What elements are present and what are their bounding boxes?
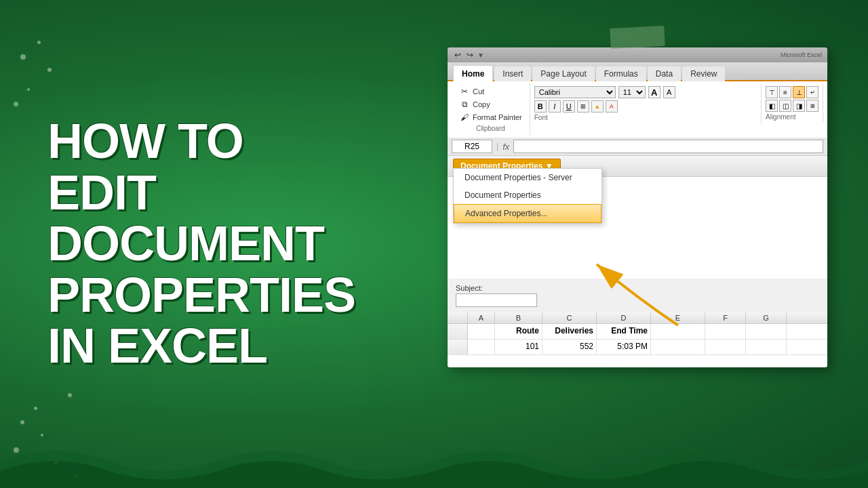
cell-g1[interactable] [746,324,787,339]
align-center-button[interactable]: ◫ [779,100,791,112]
font-row2: B I U ⊞ ▲ A [534,100,757,113]
left-panel: HOW TO EDIT DOCUMENT PROPERTIES IN EXCEL [0,75,393,413]
alignment-group: ⊤ ≡ ⊥ ↵ ◧ ◫ ◨ ⊞ Alignment [762,84,823,123]
align-row1: ⊤ ≡ ⊥ ↵ [766,86,818,98]
excel-paper: ↩ ↪ ▼ Microsoft Excel Home Insert Page L… [448,47,827,367]
title-line1: HOW TO EDIT [47,116,353,218]
quick-access-toolbar: ↩ ↪ ▼ Microsoft Excel [448,47,827,62]
cell-a2[interactable] [468,340,495,354]
cut-button[interactable]: ✂ Cut [457,85,524,98]
cut-label: Cut [473,87,484,96]
underline-button[interactable]: U [563,100,575,113]
menu-item-advanced-label: Advanced Properties... [465,209,547,218]
cell-e2[interactable] [651,340,705,354]
cell-f1[interactable] [705,324,746,339]
col-header-d[interactable]: D [597,312,651,323]
menu-item-server[interactable]: Document Properties - Server [454,169,601,186]
row-num-2 [448,340,468,354]
cell-d1[interactable]: End Time [597,324,651,339]
subject-field: Subject: [456,284,537,307]
bold-button[interactable]: B [534,100,547,113]
dropdown-menu: Document Properties - Server Document Pr… [453,168,602,224]
cell-c1[interactable]: Deliveries [542,324,597,339]
fx-label: fx [502,142,509,152]
copy-icon: ⧉ [459,99,470,110]
cell-d2[interactable]: 5:03 PM [597,340,651,354]
cell-e1[interactable] [651,324,705,339]
formula-bar: R25 | fx [448,138,827,156]
spreadsheet: A B C D E F G Route Deliveries End Time [448,312,827,355]
row-num-1 [448,324,468,339]
fill-color-button[interactable]: ▲ [591,100,604,113]
props-area: Subject: [448,279,827,312]
subject-label: Subject: [456,284,537,292]
font-color-button[interactable]: A [606,100,618,113]
cell-g2[interactable] [746,340,787,354]
font-name-select[interactable]: Calibri [534,86,616,98]
formula-input[interactable] [513,140,823,153]
font-group: Calibri 11 A A B I U ⊞ ▲ A [530,84,762,123]
format-painter-button[interactable]: 🖌 Format Painter [457,111,524,123]
cell-a1[interactable] [468,324,495,339]
menu-item-properties-label: Document Properties [465,190,541,200]
col-header-a[interactable]: A [468,312,495,323]
redo-button[interactable]: ↪ [465,50,475,60]
row-num-header [448,312,468,323]
table-row-header: Route Deliveries End Time [448,324,827,340]
title-line3: PROPERTIES [47,270,353,321]
merge-cells-button[interactable]: ⊞ [806,100,818,112]
decrease-font-size-button[interactable]: A [663,86,675,98]
wrap-text-button[interactable]: ↵ [806,86,818,98]
col-header-f[interactable]: F [705,312,746,323]
title-line4: IN EXCEL [47,321,353,372]
cell-b1[interactable]: Route [495,324,542,339]
align-bottom-button[interactable]: ⊥ [793,86,805,98]
italic-button[interactable]: I [549,100,561,113]
ribbon-tabs: Home Insert Page Layout Formulas Data Re… [448,62,827,81]
tape-decoration [610,26,665,49]
col-header-g[interactable]: G [746,312,787,323]
align-row2: ◧ ◫ ◨ ⊞ [766,100,818,112]
qat-dropdown[interactable]: ▼ [477,52,484,59]
painter-icon: 🖌 [459,112,470,123]
copy-button[interactable]: ⧉ Copy [457,98,524,110]
painter-label: Format Painter [473,113,522,121]
col-header-b[interactable]: B [495,312,542,323]
excel-screenshot: ↩ ↪ ▼ Microsoft Excel Home Insert Page L… [434,27,841,468]
main-title: HOW TO EDIT DOCUMENT PROPERTIES IN EXCEL [47,116,353,372]
tab-formulas[interactable]: Formulas [596,66,646,81]
clipboard-group-label: Clipboard [476,125,505,132]
border-button[interactable]: ⊞ [577,100,589,113]
cell-b2[interactable]: 101 [495,340,542,354]
align-top-button[interactable]: ⊤ [766,86,778,98]
align-right-button[interactable]: ◨ [793,100,805,112]
menu-item-properties[interactable]: Document Properties [454,186,601,204]
subject-input[interactable] [456,293,537,307]
tab-page-layout[interactable]: Page Layout [532,66,594,81]
tab-data[interactable]: Data [648,66,681,81]
scissors-icon: ✂ [459,86,470,97]
font-group-label: Font [534,114,757,121]
align-group-label: Alignment [766,113,818,121]
tab-review[interactable]: Review [682,66,725,81]
align-left-button[interactable]: ◧ [766,100,778,112]
increase-font-size-button[interactable]: A [648,86,660,98]
window-title: Microsoft Excel [781,52,822,58]
ribbon-content: ✂ Cut ⧉ Copy 🖌 Format Painter Clipboard [448,81,827,138]
font-row1: Calibri 11 A A [534,86,757,98]
tab-insert[interactable]: Insert [494,66,531,81]
menu-item-server-label: Document Properties - Server [465,173,572,182]
undo-button[interactable]: ↩ [453,50,462,60]
cell-f2[interactable] [705,340,746,354]
copy-label: Copy [473,100,490,108]
menu-item-advanced[interactable]: Advanced Properties... [454,204,601,223]
font-size-select[interactable]: 11 [618,86,646,98]
col-header-c[interactable]: C [542,312,597,323]
align-middle-button[interactable]: ≡ [779,86,791,98]
column-headers: A B C D E F G [448,312,827,324]
tab-home[interactable]: Home [453,65,493,81]
cell-reference[interactable]: R25 [452,140,492,153]
cell-c2[interactable]: 552 [542,340,597,354]
col-header-e[interactable]: E [651,312,705,323]
clipboard-buttons: ✂ Cut ⧉ Copy 🖌 Format Painter [457,85,524,123]
